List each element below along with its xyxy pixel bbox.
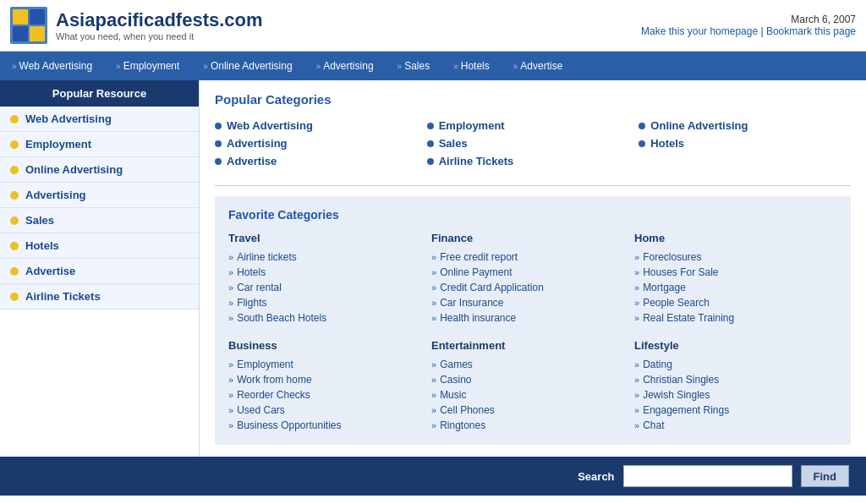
sidebar-item-sales[interactable]: Sales [0,208,199,233]
fav-link-foreclosures[interactable]: Foreclosures [643,251,701,263]
sidebar-bullet-6 [10,242,19,250]
pop-cat-label-online-advertising[interactable]: Online Advertising [650,119,748,132]
fav-link-airline-tickets[interactable]: Airline tickets [237,251,297,263]
fav-link-dating[interactable]: Dating [643,359,672,370]
fav-link-reorder-checks[interactable]: Reorder Checks [237,389,310,401]
fav-item-health-insurance: » Health insurance [431,310,634,326]
fav-link-hotels[interactable]: Hotels [237,266,266,278]
fav-item-credit-card-application: » Credit Card Application [431,280,634,295]
pop-cat-item-advertise: Advertise [215,152,427,170]
sidebar-item-hotels[interactable]: Hotels [0,233,199,259]
pop-cat-label-airline-tickets[interactable]: Airline Tickets [439,155,514,167]
fav-arrow-icon: » [228,420,233,430]
pop-cat-item-hotels: Hotels [639,134,851,152]
favorite-categories-section: Favorite Categories Travel » Airline tic… [215,196,851,445]
fav-link-houses-for-sale[interactable]: Houses For Sale [643,266,718,278]
pop-cat-label-advertising[interactable]: Advertising [227,137,288,150]
nav-item-employment[interactable]: » Employment [104,52,191,80]
fav-link-employment[interactable]: Employment [237,359,293,370]
fav-link-engagement-rings[interactable]: Engagement Rings [643,404,729,416]
nav-arrow-5: » [397,62,403,71]
nav-item-online-advertising[interactable]: » Online Advertising [191,52,304,80]
fav-link-christian-singles[interactable]: Christian Singles [643,374,719,386]
fav-arrow-icon: » [634,267,639,277]
sidebar-item-advertising[interactable]: Advertising [0,183,199,208]
section-divider [215,185,851,186]
logo-cell-3 [13,26,28,41]
fav-section-business: Business » Employment » Work from home »… [228,339,431,433]
fav-item-airline-tickets: » Airline tickets [228,249,431,265]
fav-link-cell-phones[interactable]: Cell Phones [440,404,495,416]
fav-item-casino: » Casino [431,372,634,387]
sidebar-item-label-6: Hotels [25,239,59,252]
bookmark-link[interactable]: Bookmark this page [766,25,856,37]
pop-cat-col-1: Web Advertising Advertising Advertise [215,117,427,170]
fav-link-south-beach-hotels[interactable]: South Beach Hotels [237,312,326,324]
pop-cat-bullet-7 [639,123,645,129]
sidebar-item-online-advertising[interactable]: Online Advertising [0,157,199,183]
fav-link-jewish-singles[interactable]: Jewish Singles [643,389,710,401]
pop-cat-bullet-1 [215,123,222,129]
pop-cat-label-hotels[interactable]: Hotels [650,137,684,150]
fav-categories-grid: Travel » Airline tickets » Hotels » Car … [228,232,837,433]
sidebar-item-web-advertising[interactable]: Web Advertising [0,107,199,132]
sidebar-item-airline-tickets[interactable]: Airline Tickets [0,284,199,310]
nav-item-hotels[interactable]: » Hotels [441,52,502,80]
sidebar-bullet-5 [10,216,19,225]
fav-link-used-cars[interactable]: Used Cars [237,404,285,416]
fav-link-car-rental[interactable]: Car rental [237,282,282,293]
fav-arrow-icon: » [634,420,639,430]
fav-link-credit-card-application[interactable]: Credit Card Application [440,282,544,293]
nav-arrow-7: » [513,62,518,71]
nav-item-sales[interactable]: » Sales [386,52,442,80]
fav-link-people-search[interactable]: People Search [643,297,710,309]
nav-label-1: Web Advertising [19,60,93,72]
sidebar-item-advertise[interactable]: Advertise [0,259,199,284]
fav-arrow-icon: » [431,252,436,262]
favorite-categories-heading: Favorite Categories [228,208,837,222]
fav-link-ringtones[interactable]: Ringtones [440,419,485,431]
pop-cat-label-employment[interactable]: Employment [439,119,505,132]
nav-label-3: Online Advertising [211,60,293,72]
fav-arrow-icon: » [431,282,436,293]
find-button[interactable]: Find [801,465,849,487]
fav-section-finance: Finance » Free credit report » Online Pa… [431,232,634,326]
pop-cat-col-2: Employment Sales Airline Tickets [427,117,639,170]
fav-link-health-insurance[interactable]: Health insurance [440,312,516,324]
fav-arrow-icon: » [634,359,639,370]
pop-cat-label-web-advertising[interactable]: Web Advertising [227,119,313,132]
homepage-link[interactable]: Make this your homepage [641,25,758,37]
nav-arrow-2: » [116,62,121,71]
fav-section-travel-title: Travel [228,232,431,244]
nav-label-2: Employment [123,60,180,72]
nav-item-advertise[interactable]: » Advertise [502,52,575,80]
fav-link-mortgage[interactable]: Mortgage [643,282,686,293]
nav-item-web-advertising[interactable]: » Web Advertising [0,52,104,80]
fav-link-flights[interactable]: Flights [237,297,266,309]
site-title: Asiapacificadfests.com [56,9,263,31]
fav-arrow-icon: » [228,252,233,262]
fav-arrow-icon: » [634,252,639,262]
fav-arrow-icon: » [634,375,639,385]
fav-link-business-opportunities[interactable]: Business Opportunities [237,419,341,431]
fav-link-casino[interactable]: Casino [440,374,471,386]
pop-cat-bullet-3 [215,158,222,165]
pop-cat-label-advertise[interactable]: Advertise [227,155,277,167]
pop-cat-label-sales[interactable]: Sales [439,137,468,150]
fav-item-mortgage: » Mortgage [634,280,837,295]
nav-item-advertising[interactable]: » Advertising [304,52,386,80]
fav-link-free-credit-report[interactable]: Free credit report [440,251,518,263]
fav-link-music[interactable]: Music [440,389,466,401]
fav-link-games[interactable]: Games [440,359,473,370]
fav-link-work-from-home[interactable]: Work from home [237,374,311,386]
fav-link-online-payment[interactable]: Online Payment [440,266,512,278]
fav-link-chat[interactable]: Chat [643,419,664,431]
sidebar-bullet-8 [10,293,19,301]
pop-cat-bullet-4 [427,123,434,129]
sidebar-item-employment[interactable]: Employment [0,132,199,157]
fav-arrow-icon: » [228,282,233,293]
search-input[interactable] [623,465,792,487]
fav-link-car-insurance[interactable]: Car Insurance [440,297,503,309]
sidebar: Popular Resource Web Advertising Employm… [0,80,200,457]
fav-link-real-estate-training[interactable]: Real Estate Training [643,312,734,324]
